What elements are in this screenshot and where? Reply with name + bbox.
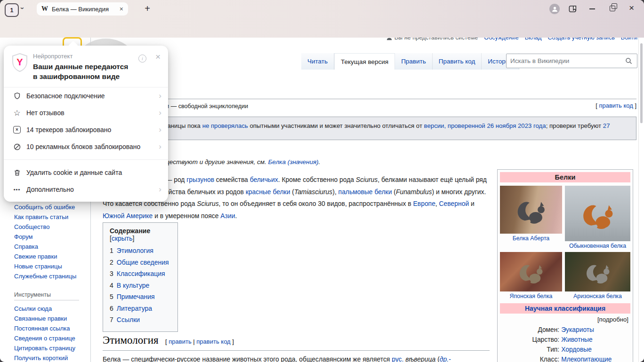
popup-header: Y Нейропротект Ваши данные передаются в … <box>4 46 168 87</box>
chevron-right-icon: › <box>159 185 161 194</box>
wiki-search <box>506 54 637 68</box>
personal-link-talk[interactable]: Обсуждение <box>484 38 518 41</box>
sidebar-item-related-changes[interactable]: Связанные правки <box>14 314 90 323</box>
classification-row: Тип: Хордовые <box>500 345 630 354</box>
not-logged-in-label: Вы не представились системе <box>386 38 478 41</box>
scrollbar-thumb[interactable] <box>640 43 643 123</box>
toc-item-classification[interactable]: 3Классификация <box>110 268 172 280</box>
wikipedia-favicon: W <box>41 5 48 13</box>
squirrel-photo-abert[interactable] <box>500 186 562 234</box>
popup-close-icon[interactable]: × <box>155 52 161 62</box>
tab-title: Белка — Википедия <box>52 6 117 13</box>
chevron-right-icon: › <box>159 91 161 101</box>
sidebar-section-tools: Инструменты <box>14 291 79 300</box>
sidebar-item-new-pages[interactable]: Новые страницы <box>14 261 90 271</box>
star-icon: ☆ <box>12 109 22 117</box>
squirrel-photo-red[interactable] <box>565 186 630 241</box>
tab-edit-source[interactable]: Править код <box>433 53 482 70</box>
popup-headline: Ваши данные передаются в зашифрованном в… <box>33 62 137 81</box>
toc-item-general[interactable]: 2Общие сведения <box>110 257 172 268</box>
popup-item-more[interactable]: ••• Дополнительно › <box>4 181 168 198</box>
tab-edit[interactable]: Править <box>395 53 433 70</box>
chevron-down-icon[interactable]: › <box>19 7 27 9</box>
section-edit-links[interactable]: [ править | править код ] <box>165 338 234 345</box>
protect-popup: Y Нейропротект Ваши данные передаются в … <box>4 46 168 202</box>
search-icon[interactable] <box>625 57 633 65</box>
toc-title: Содержание <box>110 227 150 235</box>
personal-link-create-account[interactable]: Создать учетную запись <box>547 38 614 41</box>
sidebar-item-community[interactable]: Сообщество <box>14 222 90 232</box>
side-panel-icon <box>569 5 577 13</box>
sidebar-item-forum[interactable]: Форум <box>14 232 90 242</box>
person-icon <box>552 6 558 12</box>
restore-window-button[interactable] <box>610 6 615 11</box>
sidebar-item-special-pages[interactable]: Служебные страницы <box>14 271 90 281</box>
browser-tab[interactable]: W Белка — Википедия × <box>37 2 128 16</box>
popup-item-secure-connection[interactable]: Безопасное подключение › <box>4 87 168 104</box>
new-tab-button[interactable]: + <box>141 2 153 15</box>
toc-hide-link[interactable]: [скрыть] <box>110 235 134 242</box>
squirrel-photo-japanese[interactable] <box>500 252 562 291</box>
toc-item-links[interactable]: 7Ссылки <box>110 314 172 326</box>
etymology-paragraph: Белка — специфически-русское название жи… <box>103 354 493 362</box>
sidebar-item-short-url[interactable]: Получить короткий <box>14 353 90 362</box>
sidebar-item-help[interactable]: Справка <box>14 242 90 252</box>
popup-item-reviews[interactable]: ☆ Нет отзывов › <box>4 104 168 121</box>
tab-read[interactable]: Читать <box>301 53 334 70</box>
page-view-tabs: Читать Текущая версия Править Править ко… <box>301 53 519 70</box>
tab-current-version[interactable]: Текущая версия <box>334 53 395 70</box>
toc-item-notes[interactable]: 5Примечания <box>110 291 172 303</box>
tab-counter-button[interactable]: 1 <box>5 3 19 17</box>
taxobox-image-cell: Белка Аберта <box>500 186 562 249</box>
photo-caption-link[interactable]: Обыкновенная белка <box>565 243 630 249</box>
profile-avatar[interactable] <box>549 4 560 14</box>
popup-item-delete-cookies[interactable]: Удалить cookie и данные сайта <box>4 164 168 181</box>
taxobox-image-cell: Японская белка <box>500 252 562 299</box>
classification-row: Класс: Млекопитающие <box>500 354 630 362</box>
squirrel-photo-arizona[interactable] <box>565 252 630 291</box>
toc-item-culture[interactable]: 4В культуре <box>110 280 172 291</box>
trash-icon <box>12 169 22 177</box>
browser-window: 1 › W Белка — Википедия × + × ← <box>0 0 644 362</box>
side-panel-button[interactable] <box>569 5 577 15</box>
info-icon[interactable]: i <box>138 55 146 63</box>
minimize-button[interactable] <box>589 8 595 9</box>
popup-brand-label: Нейропротект <box>33 53 137 60</box>
popup-item-trackers-blocked[interactable]: × 14 трекеров заблокировано › <box>4 121 168 138</box>
table-of-contents: Содержание [скрыть] 1Этимология 2Общие с… <box>103 222 178 332</box>
photo-caption-link[interactable]: Аризонская белка <box>565 293 630 299</box>
chevron-right-icon: › <box>159 108 161 118</box>
page-scrollbar[interactable] <box>638 38 644 362</box>
personal-link-contributions[interactable]: Вклад <box>525 38 542 41</box>
sidebar-item-page-info[interactable]: Сведения о странице <box>14 333 90 343</box>
classification-row: Царство: Животные <box>500 335 630 345</box>
popup-divider <box>4 159 168 160</box>
sidebar-item-what-links-here[interactable]: Ссылки сюда <box>14 304 90 314</box>
sidebar-item-cite-page[interactable]: Цитировать страницу <box>14 343 90 353</box>
classification-header-link[interactable]: Научная классификация <box>500 303 630 314</box>
yandex-shield-icon: Y <box>11 53 29 81</box>
photo-caption-link[interactable]: Белка Аберта <box>500 235 562 242</box>
tab-close-icon[interactable]: × <box>120 5 123 13</box>
sidebar-item-how-to-edit[interactable]: Как править статьи <box>14 212 90 222</box>
personal-link-login[interactable]: Войти <box>621 38 637 41</box>
popup-item-ads-blocked[interactable]: 10 рекламных блоков заблокировано › <box>4 138 168 155</box>
classification-rows: Домен: Эукариоты Царство: Животные Тип: … <box>500 325 630 362</box>
sidebar-item-permanent-link[interactable]: Постоянная ссылка <box>14 323 90 333</box>
taxobox-title: Белки <box>500 172 630 182</box>
toc-item-etymology[interactable]: 1Этимология <box>110 245 172 257</box>
edit-source-link[interactable]: [ править код ] <box>596 102 636 109</box>
personal-bar: Вы не представились системе Обсуждение В… <box>386 38 637 41</box>
toc-item-literature[interactable]: 6Литература <box>110 303 172 315</box>
taxobox: Белки Белка Аберта Обыкновенная белка <box>497 169 633 362</box>
sidebar-item-report-error[interactable]: Сообщить об ошибке <box>14 202 90 212</box>
classification-details-link[interactable]: [подробно] <box>500 316 628 323</box>
close-window-button[interactable]: × <box>629 3 634 13</box>
search-input[interactable] <box>507 57 625 64</box>
shield-icon <box>12 92 22 100</box>
sidebar-item-recent-changes[interactable]: Свежие правки <box>14 252 90 261</box>
chevron-right-icon: › <box>159 125 161 134</box>
svg-text:Y: Y <box>16 57 23 67</box>
photo-caption-link[interactable]: Японская белка <box>500 293 562 299</box>
tracker-blocked-icon: × <box>12 126 22 134</box>
